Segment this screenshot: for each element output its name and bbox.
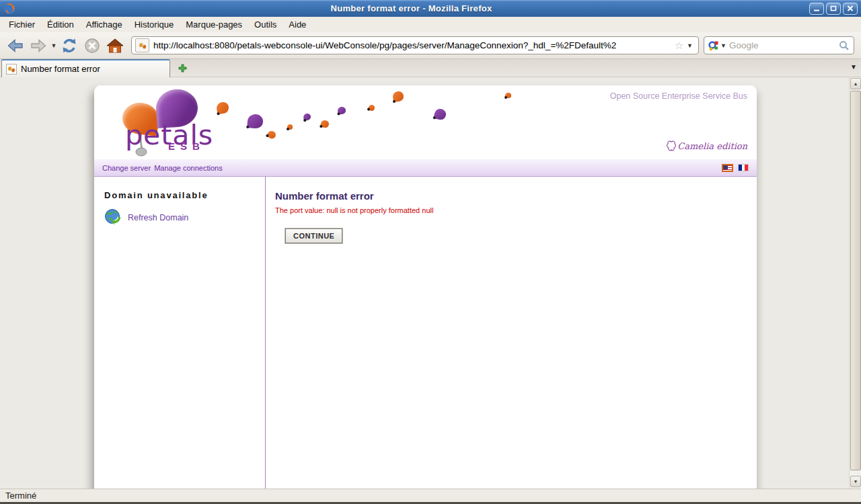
petal-decoration <box>368 104 376 112</box>
petals-banner: petals ESB Open Source Enterprise Servic… <box>94 85 757 159</box>
vertical-scrollbar[interactable]: ▲ ▼ <box>849 77 861 489</box>
page-favicon[interactable] <box>135 38 149 52</box>
globe-refresh-icon <box>104 208 122 226</box>
home-button[interactable] <box>104 34 126 57</box>
window-title: Number format error - Mozilla Firefox <box>15 3 807 13</box>
petal-decoration <box>216 101 230 115</box>
scroll-up-button[interactable]: ▲ <box>850 78 861 89</box>
fr-flag-icon[interactable] <box>738 164 749 171</box>
back-history-dropdown[interactable]: ▼ <box>50 42 58 49</box>
search-magnifier-icon[interactable] <box>839 40 850 51</box>
page-title: Number format error <box>275 190 757 202</box>
edition-text: Camelia edition <box>677 141 747 151</box>
browser-viewport: petals ESB Open Source Enterprise Servic… <box>0 77 861 489</box>
bookmark-star-icon[interactable]: ☆ <box>675 40 683 52</box>
scrollbar-thumb[interactable] <box>850 91 861 470</box>
firefox-icon <box>3 3 15 15</box>
petal-decoration <box>338 106 346 114</box>
menu-edition[interactable]: Édition <box>41 17 80 32</box>
status-text: Terminé <box>5 491 36 501</box>
sidebar-heading: Domain unavailable <box>104 190 265 200</box>
window-titlebar: Number format error - Mozilla Firefox <box>0 0 861 17</box>
tab-label: Number format error <box>21 64 100 74</box>
maximize-button[interactable] <box>826 3 841 15</box>
refresh-domain-item[interactable]: Refresh Domain <box>104 208 265 226</box>
reload-button[interactable] <box>58 34 81 57</box>
close-button[interactable] <box>843 3 858 15</box>
back-button[interactable] <box>4 34 27 57</box>
navigation-toolbar: ▼ ☆ ▼ <box>0 32 861 59</box>
language-switcher <box>722 164 749 172</box>
google-logo-icon[interactable] <box>708 40 719 51</box>
tab-bar: Number format error ▼ <box>0 59 861 77</box>
banner-tagline: Open Source Enterprise Service Bus <box>610 91 747 101</box>
refresh-domain-link[interactable]: Refresh Domain <box>128 213 188 222</box>
scroll-down-button[interactable]: ▼ <box>850 476 861 487</box>
status-bar: Terminé <box>0 489 861 502</box>
webconsole-page: petals ESB Open Source Enterprise Servic… <box>94 85 757 489</box>
menu-historique[interactable]: Historique <box>128 17 180 32</box>
edition-label: Camelia edition <box>667 140 747 151</box>
menu-aide[interactable]: Aide <box>283 17 312 32</box>
petal-decoration <box>320 120 330 128</box>
url-bar[interactable]: ☆ ▼ <box>131 36 699 54</box>
manage-connections-link[interactable]: Manage connections <box>154 164 223 172</box>
petal-decoration <box>247 114 264 129</box>
petal-decoration <box>266 130 277 140</box>
menu-fichier[interactable]: Fichier <box>3 17 41 32</box>
main-content: Number format error The port value: null… <box>266 177 757 489</box>
menu-affichage[interactable]: Affichage <box>80 17 128 32</box>
tab-list-dropdown-icon[interactable]: ▼ <box>850 63 857 71</box>
forward-button[interactable] <box>27 34 50 57</box>
minimize-button[interactable] <box>809 3 824 15</box>
new-tab-button[interactable] <box>174 61 190 75</box>
petal-decoration <box>392 91 404 102</box>
change-server-link[interactable]: Change server <box>102 164 151 172</box>
petal-decoration <box>505 93 511 98</box>
petal-decoration <box>287 124 293 130</box>
sidebar: Domain unavailable Refresh D <box>94 177 266 489</box>
content-row: Domain unavailable Refresh D <box>94 177 757 489</box>
search-engine-dropdown[interactable]: ▼ <box>720 42 726 49</box>
us-flag-icon[interactable] <box>722 164 733 172</box>
stop-button[interactable] <box>81 34 104 57</box>
error-message: The port value: null is not properly for… <box>275 206 757 214</box>
search-bar[interactable]: ▼ <box>704 36 854 54</box>
petal-decoration <box>303 113 311 122</box>
brand-sub: ESB <box>168 140 205 152</box>
menu-marque-pages[interactable]: Marque-pages <box>180 17 248 32</box>
tab-favicon <box>6 64 17 75</box>
url-dropdown-icon[interactable]: ▼ <box>687 42 693 49</box>
url-input[interactable] <box>153 40 673 50</box>
continue-button[interactable]: CONTINUE <box>285 228 342 243</box>
menubar: Fichier Édition Affichage Historique Mar… <box>0 17 861 32</box>
search-input[interactable] <box>729 40 839 50</box>
menu-outils[interactable]: Outils <box>248 17 283 32</box>
app-navbar: Change server Manage connections <box>94 159 757 177</box>
petal-decoration <box>434 108 447 120</box>
tab-number-format-error[interactable]: Number format error <box>1 59 170 77</box>
camelia-flower-icon <box>667 140 676 151</box>
